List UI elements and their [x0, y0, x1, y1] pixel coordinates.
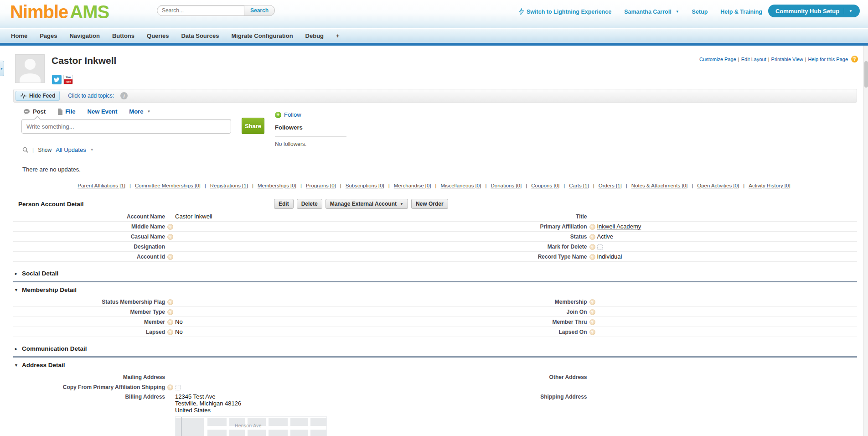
scrollbar-thumb[interactable]: [864, 61, 868, 88]
page-action-help-for-this-page[interactable]: Help for this Page: [808, 57, 848, 62]
switch-to-lightning-link[interactable]: Switch to Lightning Experience: [519, 8, 611, 15]
section-header-membership-detail[interactable]: ▼Membership Detail: [14, 286, 857, 293]
post-composer-input[interactable]: [22, 119, 231, 133]
field: Member?No: [13, 317, 435, 327]
twitter-icon[interactable]: [52, 75, 62, 84]
field-help-icon[interactable]: ?: [589, 254, 595, 260]
field-help-icon[interactable]: ?: [167, 254, 173, 260]
app-tab-navigation[interactable]: Navigation: [69, 32, 99, 39]
field-value: Active: [596, 232, 858, 241]
field-help-icon[interactable]: ?: [167, 309, 173, 315]
map-block: [207, 430, 227, 436]
related-link-merchandise[interactable]: Merchandise [0]: [394, 183, 431, 188]
field-value: No: [174, 317, 435, 326]
field-help-icon[interactable]: ?: [167, 299, 173, 305]
detail-section-title: Person Account Detail: [18, 201, 84, 208]
related-link-notes-attachments[interactable]: Notes & Attachments [0]: [631, 183, 687, 188]
app-tab-home[interactable]: Home: [11, 32, 27, 39]
feed-header-bar: Hide Feed Click to add topics: i: [13, 89, 857, 103]
app-tab-data-sources[interactable]: Data Sources: [181, 32, 219, 39]
section-header-communication-detail[interactable]: ►Communication Detail: [14, 345, 857, 352]
feed-pulse-icon: [20, 93, 27, 99]
related-link-miscellaneous[interactable]: Miscellaneous [0]: [441, 183, 481, 188]
delete-button[interactable]: Delete: [297, 199, 322, 209]
tab-more[interactable]: More ▼: [129, 108, 150, 115]
field-help-icon[interactable]: ?: [167, 319, 173, 325]
related-link-orders[interactable]: Orders [1]: [599, 183, 622, 188]
sidebar-collapse-handle[interactable]: ►: [0, 61, 4, 76]
app-tab-debug[interactable]: Debug: [305, 32, 324, 39]
setup-link[interactable]: Setup: [692, 9, 708, 15]
field-value: [596, 386, 858, 388]
app-tab-buttons[interactable]: Buttons: [112, 32, 134, 39]
billing-address-map[interactable]: Henson Ave: [175, 416, 327, 436]
section-header-address-detail[interactable]: ▼Address Detail: [14, 362, 857, 369]
help-slot: ?: [165, 318, 174, 326]
field-label: Member Type: [15, 309, 165, 315]
community-hub-setup-button[interactable]: Community Hub Setup ▼: [768, 5, 860, 17]
share-button[interactable]: Share: [242, 118, 264, 134]
related-link-parent-affiliations[interactable]: Parent Affiliations [1]: [78, 183, 125, 188]
field-label-cell: Title: [435, 213, 596, 220]
help-slot: ?: [587, 298, 596, 306]
field-help-icon[interactable]: ?: [167, 224, 173, 230]
related-link-registrations[interactable]: Registrations [1]: [210, 183, 248, 188]
field-help-icon[interactable]: ?: [167, 384, 173, 390]
related-link-activity-history[interactable]: Activity History [0]: [749, 183, 790, 188]
detail-row: Status Membership Flag?Membership?: [13, 297, 857, 307]
tab-file[interactable]: File: [57, 108, 75, 115]
detail-sections: ►Social Detail▼Membership DetailStatus M…: [13, 270, 857, 436]
search-input[interactable]: [157, 5, 244, 16]
tab-new-event[interactable]: New Event: [88, 108, 118, 115]
related-link-committee-memberships[interactable]: Committee Memberships [0]: [135, 183, 201, 188]
related-link-subscriptions[interactable]: Subscriptions [0]: [346, 183, 384, 188]
edit-button[interactable]: Edit: [274, 199, 294, 209]
field-help-icon[interactable]: ?: [167, 234, 173, 240]
field-help-icon[interactable]: ?: [589, 329, 595, 335]
record-avatar[interactable]: [15, 54, 45, 83]
field-help-icon[interactable]: ?: [167, 329, 173, 335]
related-link-donations[interactable]: Donations [0]: [491, 183, 522, 188]
page-help-icon[interactable]: ?: [851, 56, 858, 62]
related-link-carts[interactable]: Carts [1]: [569, 183, 589, 188]
separator: |: [692, 183, 693, 188]
field-help-icon[interactable]: ?: [589, 299, 595, 305]
chevron-down-icon: ▼: [14, 288, 18, 292]
feed-filter-select[interactable]: All Updates: [56, 146, 86, 153]
related-link-programs[interactable]: Programs [0]: [306, 183, 336, 188]
manage-external-account-button[interactable]: Manage External Account▼: [326, 199, 408, 209]
field-help-icon[interactable]: ?: [589, 234, 595, 240]
youtube-icon[interactable]: You Tube: [63, 75, 73, 84]
field-label: Title: [437, 213, 587, 220]
app-tab-migrate-configuration[interactable]: Migrate Configuration: [232, 32, 293, 39]
field-value-link[interactable]: Inkwell Academy: [597, 223, 641, 230]
separator: |: [768, 57, 770, 62]
page-action-printable-view[interactable]: Printable View: [771, 57, 803, 62]
search-icon[interactable]: [22, 147, 28, 153]
map-block: [269, 430, 288, 436]
field-help-icon[interactable]: ?: [589, 244, 595, 250]
info-icon[interactable]: i: [120, 92, 128, 99]
tab-post[interactable]: Post: [23, 108, 46, 115]
field-help-icon[interactable]: ?: [589, 224, 595, 230]
add-topics-link[interactable]: Click to add topics:: [68, 93, 114, 99]
user-menu[interactable]: Samantha Carroll ▼: [624, 9, 679, 15]
hide-feed-button[interactable]: Hide Feed: [16, 91, 60, 101]
related-link-open-activities[interactable]: Open Activities [0]: [697, 183, 739, 188]
follow-link[interactable]: + Follow: [275, 111, 346, 118]
page-action-edit-layout[interactable]: Edit Layout: [741, 57, 766, 62]
field-label: Middle Name: [15, 223, 165, 230]
help-training-link[interactable]: Help & Training: [720, 9, 762, 15]
app-tab-pages[interactable]: Pages: [40, 32, 57, 39]
search-button[interactable]: Search: [244, 5, 275, 16]
field-help-icon[interactable]: ?: [589, 319, 595, 325]
field-help-icon[interactable]: ?: [589, 309, 595, 315]
app-tab-[interactable]: +: [336, 32, 340, 39]
related-link-coupons[interactable]: Coupons [0]: [531, 183, 559, 188]
vertical-scrollbar[interactable]: [863, 46, 868, 436]
new-order-button[interactable]: New Order: [411, 199, 448, 209]
section-header-social-detail[interactable]: ►Social Detail: [14, 270, 857, 277]
page-action-customize-page[interactable]: Customize Page: [699, 57, 736, 62]
app-tab-queries[interactable]: Queries: [147, 32, 169, 39]
related-link-memberships[interactable]: Memberships [0]: [258, 183, 296, 188]
